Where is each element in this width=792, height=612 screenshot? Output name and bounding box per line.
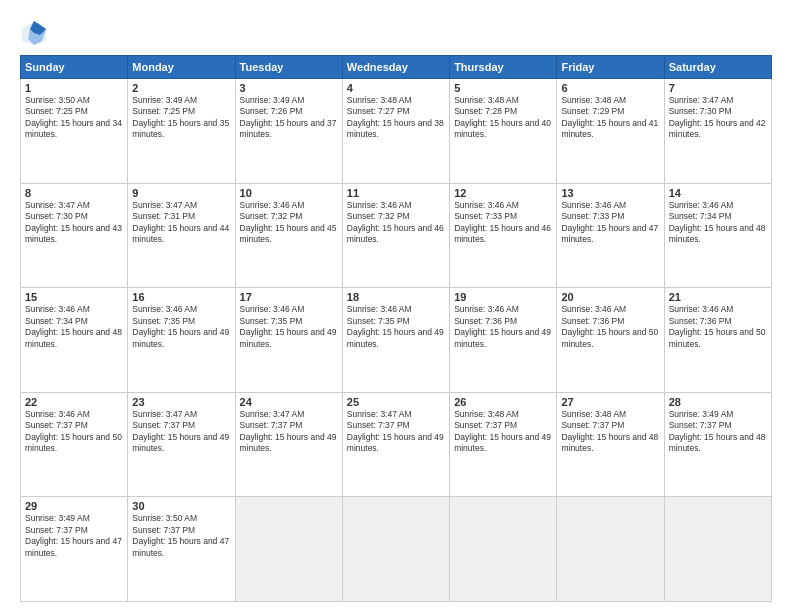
day-info: Sunrise: 3:47 AM Sunset: 7:30 PM Dayligh…: [669, 95, 767, 141]
sunset-label: Sunset: 7:35 PM: [347, 316, 410, 326]
sunrise-label: Sunrise: 3:50 AM: [25, 95, 90, 105]
day-info: Sunrise: 3:47 AM Sunset: 7:37 PM Dayligh…: [132, 409, 230, 455]
daylight-label: Daylight: 15 hours and 49 minutes.: [240, 327, 337, 348]
day-number: 23: [132, 396, 230, 408]
sunset-label: Sunset: 7:30 PM: [669, 106, 732, 116]
calendar-cell: 22 Sunrise: 3:46 AM Sunset: 7:37 PM Dayl…: [21, 392, 128, 497]
day-number: 4: [347, 82, 445, 94]
sunrise-label: Sunrise: 3:47 AM: [132, 200, 197, 210]
daylight-label: Daylight: 15 hours and 48 minutes.: [669, 432, 766, 453]
sunrise-label: Sunrise: 3:46 AM: [669, 304, 734, 314]
day-number: 22: [25, 396, 123, 408]
day-number: 8: [25, 187, 123, 199]
calendar-header-row: SundayMondayTuesdayWednesdayThursdayFrid…: [21, 56, 772, 79]
sunset-label: Sunset: 7:26 PM: [240, 106, 303, 116]
calendar-cell: 14 Sunrise: 3:46 AM Sunset: 7:34 PM Dayl…: [664, 183, 771, 288]
day-number: 6: [561, 82, 659, 94]
sunset-label: Sunset: 7:28 PM: [454, 106, 517, 116]
sunrise-label: Sunrise: 3:50 AM: [132, 513, 197, 523]
day-number: 18: [347, 291, 445, 303]
sunset-label: Sunset: 7:33 PM: [561, 211, 624, 221]
daylight-label: Daylight: 15 hours and 42 minutes.: [669, 118, 766, 139]
sunset-label: Sunset: 7:34 PM: [669, 211, 732, 221]
daylight-label: Daylight: 15 hours and 48 minutes.: [561, 432, 658, 453]
calendar-cell: 21 Sunrise: 3:46 AM Sunset: 7:36 PM Dayl…: [664, 288, 771, 393]
day-number: 29: [25, 500, 123, 512]
calendar-cell: 24 Sunrise: 3:47 AM Sunset: 7:37 PM Dayl…: [235, 392, 342, 497]
calendar-cell: 12 Sunrise: 3:46 AM Sunset: 7:33 PM Dayl…: [450, 183, 557, 288]
day-info: Sunrise: 3:46 AM Sunset: 7:34 PM Dayligh…: [25, 304, 123, 350]
sunrise-label: Sunrise: 3:46 AM: [561, 200, 626, 210]
day-number: 16: [132, 291, 230, 303]
daylight-label: Daylight: 15 hours and 49 minutes.: [454, 327, 551, 348]
weekday-header: Monday: [128, 56, 235, 79]
sunrise-label: Sunrise: 3:49 AM: [669, 409, 734, 419]
sunrise-label: Sunrise: 3:47 AM: [240, 409, 305, 419]
sunrise-label: Sunrise: 3:46 AM: [347, 200, 412, 210]
sunset-label: Sunset: 7:37 PM: [240, 420, 303, 430]
daylight-label: Daylight: 15 hours and 49 minutes.: [132, 327, 229, 348]
calendar-cell: 26 Sunrise: 3:48 AM Sunset: 7:37 PM Dayl…: [450, 392, 557, 497]
daylight-label: Daylight: 15 hours and 50 minutes.: [25, 432, 122, 453]
sunset-label: Sunset: 7:32 PM: [240, 211, 303, 221]
day-info: Sunrise: 3:47 AM Sunset: 7:31 PM Dayligh…: [132, 200, 230, 246]
calendar-table: SundayMondayTuesdayWednesdayThursdayFrid…: [20, 55, 772, 602]
sunrise-label: Sunrise: 3:46 AM: [240, 200, 305, 210]
daylight-label: Daylight: 15 hours and 35 minutes.: [132, 118, 229, 139]
sunrise-label: Sunrise: 3:47 AM: [669, 95, 734, 105]
weekday-header: Sunday: [21, 56, 128, 79]
sunset-label: Sunset: 7:31 PM: [132, 211, 195, 221]
header: [20, 15, 772, 47]
calendar-week-row: 1 Sunrise: 3:50 AM Sunset: 7:25 PM Dayli…: [21, 79, 772, 184]
day-info: Sunrise: 3:50 AM Sunset: 7:25 PM Dayligh…: [25, 95, 123, 141]
day-info: Sunrise: 3:47 AM Sunset: 7:30 PM Dayligh…: [25, 200, 123, 246]
calendar-cell: 16 Sunrise: 3:46 AM Sunset: 7:35 PM Dayl…: [128, 288, 235, 393]
calendar-cell: [342, 497, 449, 602]
day-number: 13: [561, 187, 659, 199]
weekday-header: Wednesday: [342, 56, 449, 79]
day-number: 25: [347, 396, 445, 408]
daylight-label: Daylight: 15 hours and 49 minutes.: [240, 432, 337, 453]
daylight-label: Daylight: 15 hours and 49 minutes.: [454, 432, 551, 453]
day-number: 11: [347, 187, 445, 199]
day-info: Sunrise: 3:50 AM Sunset: 7:37 PM Dayligh…: [132, 513, 230, 559]
day-info: Sunrise: 3:46 AM Sunset: 7:36 PM Dayligh…: [669, 304, 767, 350]
day-number: 30: [132, 500, 230, 512]
sunset-label: Sunset: 7:25 PM: [132, 106, 195, 116]
day-number: 17: [240, 291, 338, 303]
day-info: Sunrise: 3:46 AM Sunset: 7:33 PM Dayligh…: [561, 200, 659, 246]
day-number: 28: [669, 396, 767, 408]
day-number: 21: [669, 291, 767, 303]
day-number: 3: [240, 82, 338, 94]
calendar-cell: [235, 497, 342, 602]
day-number: 15: [25, 291, 123, 303]
day-number: 20: [561, 291, 659, 303]
day-number: 14: [669, 187, 767, 199]
day-info: Sunrise: 3:47 AM Sunset: 7:37 PM Dayligh…: [347, 409, 445, 455]
calendar-week-row: 29 Sunrise: 3:49 AM Sunset: 7:37 PM Dayl…: [21, 497, 772, 602]
day-number: 2: [132, 82, 230, 94]
sunset-label: Sunset: 7:37 PM: [561, 420, 624, 430]
calendar-cell: [557, 497, 664, 602]
calendar-cell: 17 Sunrise: 3:46 AM Sunset: 7:35 PM Dayl…: [235, 288, 342, 393]
daylight-label: Daylight: 15 hours and 46 minutes.: [454, 223, 551, 244]
sunset-label: Sunset: 7:36 PM: [561, 316, 624, 326]
sunset-label: Sunset: 7:37 PM: [132, 420, 195, 430]
calendar-cell: 27 Sunrise: 3:48 AM Sunset: 7:37 PM Dayl…: [557, 392, 664, 497]
day-info: Sunrise: 3:49 AM Sunset: 7:37 PM Dayligh…: [25, 513, 123, 559]
calendar-cell: 13 Sunrise: 3:46 AM Sunset: 7:33 PM Dayl…: [557, 183, 664, 288]
calendar-cell: 2 Sunrise: 3:49 AM Sunset: 7:25 PM Dayli…: [128, 79, 235, 184]
day-info: Sunrise: 3:49 AM Sunset: 7:26 PM Dayligh…: [240, 95, 338, 141]
daylight-label: Daylight: 15 hours and 47 minutes.: [132, 536, 229, 557]
day-number: 24: [240, 396, 338, 408]
day-number: 7: [669, 82, 767, 94]
day-number: 19: [454, 291, 552, 303]
sunrise-label: Sunrise: 3:48 AM: [347, 95, 412, 105]
calendar-cell: 15 Sunrise: 3:46 AM Sunset: 7:34 PM Dayl…: [21, 288, 128, 393]
day-info: Sunrise: 3:48 AM Sunset: 7:28 PM Dayligh…: [454, 95, 552, 141]
day-info: Sunrise: 3:49 AM Sunset: 7:25 PM Dayligh…: [132, 95, 230, 141]
calendar-week-row: 22 Sunrise: 3:46 AM Sunset: 7:37 PM Dayl…: [21, 392, 772, 497]
sunset-label: Sunset: 7:25 PM: [25, 106, 88, 116]
sunrise-label: Sunrise: 3:46 AM: [25, 304, 90, 314]
calendar-cell: 6 Sunrise: 3:48 AM Sunset: 7:29 PM Dayli…: [557, 79, 664, 184]
